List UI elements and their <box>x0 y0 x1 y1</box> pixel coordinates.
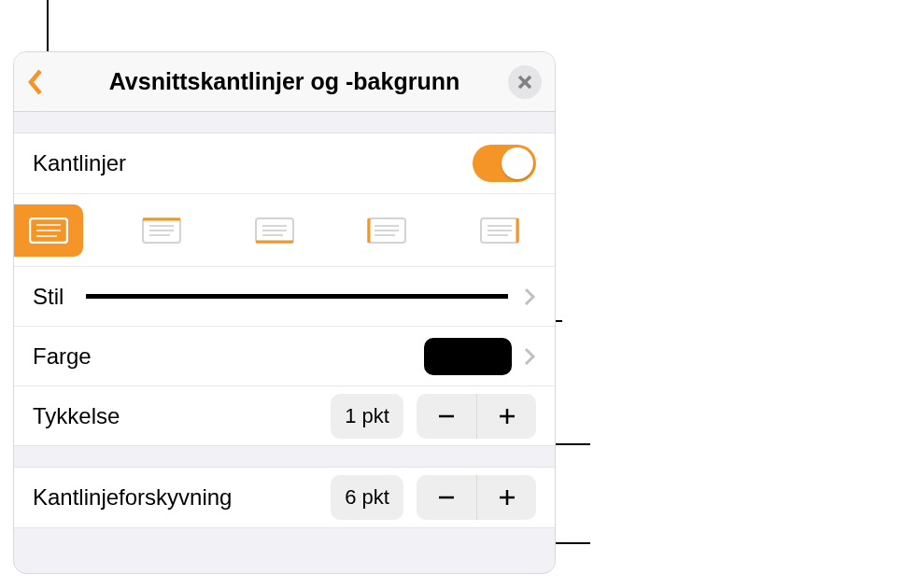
plus-icon <box>497 406 517 427</box>
style-label: Stil <box>33 284 64 310</box>
thickness-decrement[interactable] <box>417 394 476 439</box>
borders-toggle-row: Kantlinjer <box>14 133 555 193</box>
switch-knob <box>502 147 533 179</box>
border-position-bottom[interactable] <box>240 204 309 257</box>
rect-right-border-icon <box>480 217 519 244</box>
rect-bottom-border-icon <box>255 217 294 244</box>
thickness-stepper <box>417 394 536 439</box>
line-style-preview <box>86 294 508 299</box>
chevron-left-icon <box>27 68 44 96</box>
color-row[interactable]: Farge <box>14 326 555 385</box>
color-swatch <box>424 338 512 375</box>
offset-label: Kantlinjeforskyvning <box>33 484 232 511</box>
panel-header: Avsnittskantlinjer og -bakgrunn <box>14 52 555 112</box>
border-position-left[interactable] <box>352 204 421 257</box>
offset-section: Kantlinjeforskyvning 6 pkt <box>14 467 555 528</box>
borders-section: Kantlinjer <box>14 133 555 446</box>
back-button[interactable] <box>23 63 48 101</box>
offset-value[interactable]: 6 pkt <box>331 475 403 520</box>
minus-icon <box>436 487 457 508</box>
border-position-all[interactable] <box>14 204 83 257</box>
color-label: Farge <box>33 343 92 370</box>
callout-line-top <box>47 0 49 51</box>
thickness-value[interactable]: 1 pkt <box>331 394 403 439</box>
borders-toggle[interactable] <box>473 145 536 182</box>
borders-background-panel: Avsnittskantlinjer og -bakgrunn Kantlinj… <box>13 51 556 574</box>
offset-increment[interactable] <box>476 475 536 520</box>
chevron-right-icon <box>523 345 536 368</box>
thickness-increment[interactable] <box>476 394 536 439</box>
panel-title: Avsnittskantlinjer og -bakgrunn <box>109 68 460 95</box>
style-row[interactable]: Stil <box>14 266 555 326</box>
borders-toggle-label: Kantlinjer <box>33 150 126 176</box>
minus-icon <box>436 406 457 427</box>
offset-row: Kantlinjeforskyvning 6 pkt <box>14 468 555 527</box>
offset-decrement[interactable] <box>417 475 476 520</box>
rect-top-border-icon <box>142 217 181 244</box>
rect-all-borders-icon <box>29 217 68 244</box>
thickness-label: Tykkelse <box>33 403 120 429</box>
border-position-row <box>14 193 555 266</box>
close-icon <box>516 74 533 91</box>
chevron-right-icon <box>523 286 536 308</box>
thickness-row: Tykkelse 1 pkt <box>14 385 555 445</box>
rect-left-border-icon <box>367 217 406 244</box>
plus-icon <box>497 487 517 508</box>
border-position-top[interactable] <box>127 204 196 257</box>
border-position-right[interactable] <box>465 204 534 257</box>
close-button[interactable] <box>508 65 542 99</box>
offset-stepper <box>417 475 536 520</box>
